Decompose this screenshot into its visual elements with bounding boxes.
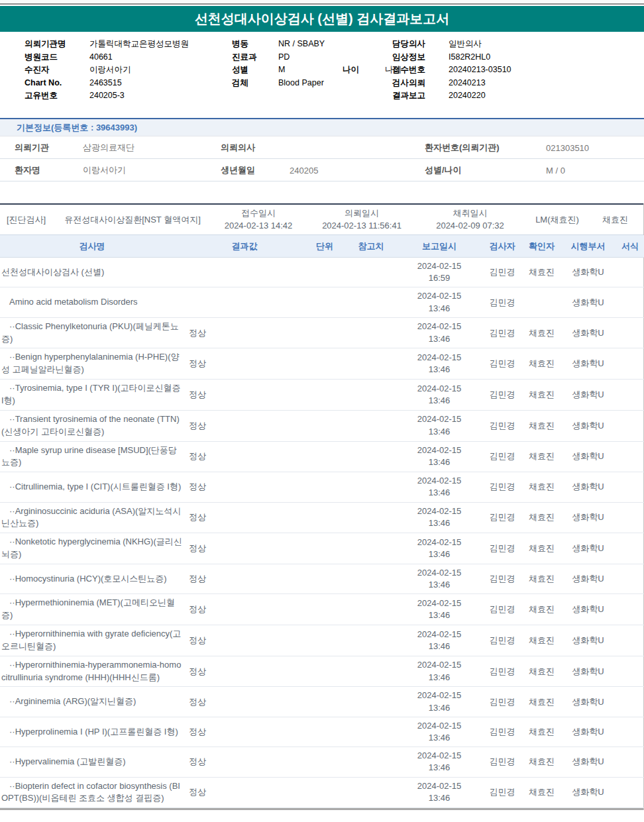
result-verifier: 채효진 [523,625,560,656]
result-unit [305,502,345,533]
result-verifier: 채효진 [523,687,560,717]
result-reference [345,625,398,656]
result-reported-time: 13:46 [398,672,481,684]
result-tester: 김민경 [481,258,523,287]
result-reported-date: 2024-02-15 [398,505,481,517]
result-reported-date: 2024-02-15 [398,629,481,641]
header-info-label: 고유번호 [25,89,89,103]
result-tester: 김민경 [481,564,523,593]
header-info-value: 일반의사 [449,39,482,48]
result-tester: 김민경 [481,687,523,717]
basic-info-value: 021303510 [546,142,589,152]
result-value: 정상 [184,564,305,593]
result-reported-at: 2024-02-15 13:46 [398,287,481,317]
result-department: 생화학U [560,594,616,625]
result-form [616,348,644,380]
basic-info-label: 의뢰기관 [15,142,49,154]
result-verifier: 채효진 [523,747,560,777]
basic-info-value: M / 0 [546,165,565,175]
result-row: ··Transient tyrosinemia of the neonate (… [0,410,644,441]
header-info-value: 240205-3 [89,91,125,100]
header-info-label: 병동 [232,38,278,51]
col-header-reference: 참고치 [345,235,398,258]
result-value: 정상 [184,348,305,380]
result-reported-time: 13:46 [398,702,481,714]
result-reported-date: 2024-02-15 [398,537,481,548]
result-value: 정상 [184,625,305,656]
result-reported-time: 13:46 [398,792,481,804]
header-info-label: 성별 [232,64,278,77]
result-reported-date: 2024-02-15 [398,290,481,302]
result-row: ··Maple syrup urine disease [MSUD](단풍당뇨증… [0,441,644,472]
basic-info-table: 의뢰기관 삼광의료재단 의뢰의사 환자번호(의뢰기관) 021303510 환자… [0,136,644,181]
result-reference [345,380,398,411]
report-title-banner: 선천성대사이상검사 (선별) 검사결과보고서 [0,6,644,32]
result-value: 정상 [184,380,305,411]
header-info-col3: 담당의사일반의사 임상정보I582R2HL0 접수번호20240213-0351… [392,38,511,103]
result-unit [305,441,345,472]
result-row: ··Hyperprolinemia I (HP I)(고프롤린혈증 I형) 정상… [0,717,644,746]
header-info-label: 병원코드 [25,51,89,64]
result-tester: 김민경 [481,472,523,502]
result-reported-at: 2024-02-15 13:46 [398,472,481,502]
result-row: ··Hypervalinemia (고발린혈증) 정상 2024-02-15 1… [0,747,644,777]
result-row: ··Classic Phenylketonuria (PKU)(페닐케톤뇨증) … [0,317,644,348]
diagnostic-group-name: 유전성대사이상질환[NST 혈액여지] [53,214,212,226]
result-unit [305,287,345,317]
result-row: ··Hyperornithinemia-hyperammonemia-homoc… [0,656,644,687]
header-info-label: 의뢰기관명 [25,38,89,51]
result-row: Amino acid metabolism Disorders 2024-02-… [0,287,644,317]
result-row: ··Citrullinemia, type I (CIT)(시트룰린혈증 I형)… [0,472,644,502]
result-reference [345,441,398,472]
header-info-value: I582R2HL0 [449,52,490,62]
result-value: 정상 [184,594,305,625]
result-tester: 김민경 [481,317,523,348]
result-tester: 김민경 [481,625,523,656]
col-header-reported-at: 보고일시 [398,235,481,258]
header-info-row: 결과보고20240220 [392,89,511,103]
header-info-row: 의뢰기관명가톨릭대학교은평성모병원 [25,38,189,51]
result-reported-date: 2024-02-15 [398,750,481,762]
result-test-name: ··Argininemia (ARG)(알지닌혈증) [0,687,184,717]
result-department: 생화학U [560,625,616,656]
result-form [616,717,644,746]
result-form [616,533,644,564]
result-verifier [523,287,560,317]
result-reported-at: 2024-02-15 13:46 [398,777,481,808]
result-reported-at: 2024-02-15 13:46 [398,564,481,593]
result-department: 생화학U [560,317,616,348]
basic-info-value: 240205 [290,165,318,175]
result-unit [305,317,345,348]
result-value: 정상 [184,777,305,808]
header-info-label: 진료과 [232,51,278,64]
result-department: 생화학U [560,502,616,533]
result-reported-time: 13:46 [398,456,481,468]
result-reported-at: 2024-02-15 13:46 [398,625,481,656]
header-info-value: 가톨릭대학교은평성모병원 [89,39,189,48]
basic-info-label: 의뢰의사 [221,142,255,154]
result-reported-date: 2024-02-15 [398,597,481,609]
result-row: ··Hypermethioninemia (MET)(고메티오닌혈증) 정상 2… [0,594,644,625]
col-header-department: 시행부서 [560,235,616,258]
result-value: 정상 [184,747,305,777]
result-reported-time: 13:46 [398,609,481,621]
result-department: 생화학U [560,410,616,441]
report-title: 선천성대사이상검사 (선별) 검사결과보고서 [195,10,449,28]
basic-info-label: 환자명 [15,164,40,176]
result-department: 생화학U [560,287,616,317]
result-verifier: 채효진 [523,533,560,564]
result-reference [345,717,398,746]
result-row: ··Tyrosinemia, type I (TYR I)(고타이로신혈증 I형… [0,380,644,411]
result-form [616,287,644,317]
diagnostic-ordered-time: 의뢰일시 2024-02-13 11:56:41 [305,207,419,231]
header-info-col2: 병동NR / SBABY 진료과PD 성별M나이나이 검체Blood Paper [232,38,402,89]
result-test-name: ··Classic Phenylketonuria (PKU)(페닐케톤뇨증) [0,317,184,348]
result-reported-at: 2024-02-15 13:46 [398,380,481,411]
result-value: 정상 [184,533,305,564]
header-info-value: PD [278,52,290,62]
result-reported-at: 2024-02-15 13:46 [398,410,481,441]
result-reference [345,287,398,317]
result-unit [305,533,345,564]
result-reference [345,777,398,808]
result-reported-date: 2024-02-15 [398,720,481,732]
